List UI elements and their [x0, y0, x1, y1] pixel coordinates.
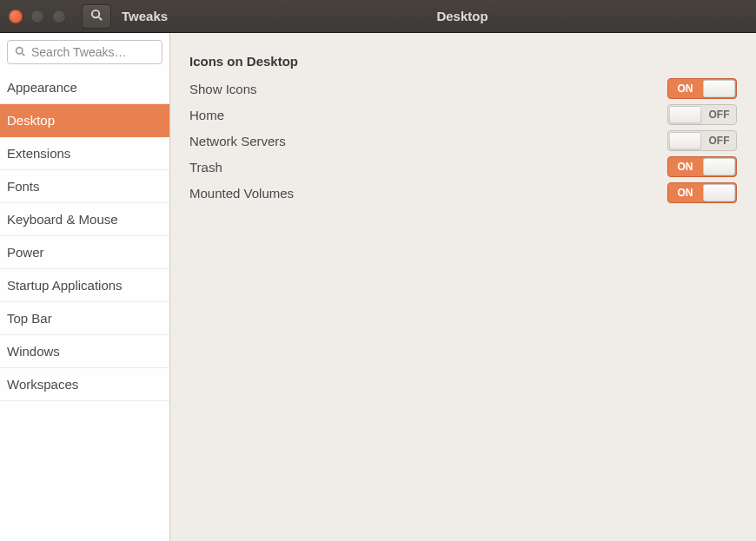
svg-line-3	[23, 53, 25, 56]
search-button[interactable]	[82, 4, 111, 29]
sidebar-item-label: Keyboard & Mouse	[7, 212, 118, 227]
search-icon	[90, 9, 103, 24]
sidebar-item-desktop[interactable]: Desktop	[0, 104, 169, 137]
sidebar-list: AppearanceDesktopExtensionsFontsKeyboard…	[0, 71, 169, 401]
switch-on-label: ON	[668, 79, 702, 98]
sidebar-item-workspaces[interactable]: Workspaces	[0, 368, 169, 401]
sidebar-item-keyboard-mouse[interactable]: Keyboard & Mouse	[0, 203, 169, 236]
setting-label: Trash	[189, 160, 222, 175]
section-title: Icons on Desktop	[189, 54, 737, 69]
content: Icons on Desktop Show IconsONOFFHomeONOF…	[170, 33, 756, 541]
setting-row-trash: TrashONOFF	[189, 154, 737, 180]
svg-line-1	[98, 16, 101, 19]
maximize-icon[interactable]	[52, 10, 66, 23]
sidebar-item-windows[interactable]: Windows	[0, 335, 169, 368]
toggle-network-servers[interactable]: ONOFF	[667, 130, 737, 151]
sidebar-item-label: Power	[7, 245, 44, 260]
sidebar-item-label: Desktop	[7, 113, 55, 128]
sidebar: Search Tweaks… AppearanceDesktopExtensio…	[0, 33, 170, 541]
setting-row-mounted-volumes: Mounted VolumesONOFF	[189, 180, 737, 206]
svg-point-2	[17, 47, 23, 53]
window-controls	[0, 10, 75, 23]
toggle-mounted-volumes[interactable]: ONOFF	[667, 182, 737, 203]
setting-label: Home	[189, 108, 224, 122]
toggle-home[interactable]: ONOFF	[667, 104, 737, 125]
minimize-icon[interactable]	[30, 10, 44, 23]
switch-on-label: ON	[668, 157, 702, 176]
sidebar-item-power[interactable]: Power	[0, 236, 169, 269]
sidebar-item-fonts[interactable]: Fonts	[0, 170, 169, 203]
page-title: Desktop	[203, 9, 756, 23]
sidebar-item-label: Windows	[7, 344, 60, 359]
sidebar-item-startup-applications[interactable]: Startup Applications	[0, 269, 169, 302]
toggle-trash[interactable]: ONOFF	[667, 156, 737, 177]
sidebar-item-extensions[interactable]: Extensions	[0, 137, 169, 170]
setting-row-show-icons: Show IconsONOFF	[189, 76, 737, 102]
sidebar-item-label: Workspaces	[7, 377, 78, 392]
search-wrap: Search Tweaks…	[0, 33, 169, 71]
sidebar-item-label: Extensions	[7, 146, 70, 161]
window: Tweaks Desktop Search Tweaks… Appearance…	[0, 0, 756, 541]
switch-knob	[703, 184, 735, 201]
body: Search Tweaks… AppearanceDesktopExtensio…	[0, 33, 756, 541]
switch-knob	[669, 106, 701, 123]
titlebar: Tweaks Desktop	[0, 0, 756, 33]
setting-label: Show Icons	[189, 82, 257, 96]
setting-row-network-servers: Network ServersONOFF	[189, 128, 737, 154]
sidebar-item-label: Fonts	[7, 179, 40, 194]
setting-label: Network Servers	[189, 134, 286, 148]
switch-knob	[703, 80, 735, 97]
svg-point-0	[91, 10, 98, 16]
switch-off-label: OFF	[702, 105, 736, 124]
settings-rows: Show IconsONOFFHomeONOFFNetwork ServersO…	[189, 76, 737, 206]
switch-on-label: ON	[668, 183, 702, 202]
switch-off-label: OFF	[702, 131, 736, 150]
close-icon[interactable]	[9, 10, 23, 23]
search-icon	[15, 45, 26, 60]
setting-label: Mounted Volumes	[189, 186, 294, 201]
toggle-show-icons[interactable]: ONOFF	[667, 78, 737, 99]
sidebar-item-label: Top Bar	[7, 311, 52, 326]
sidebar-item-top-bar[interactable]: Top Bar	[0, 302, 169, 335]
switch-knob	[669, 132, 701, 149]
search-input[interactable]: Search Tweaks…	[7, 40, 162, 64]
search-placeholder: Search Tweaks…	[31, 45, 126, 59]
setting-row-home: HomeONOFF	[189, 102, 737, 128]
switch-knob	[703, 158, 735, 175]
sidebar-item-label: Appearance	[7, 80, 77, 95]
sidebar-item-appearance[interactable]: Appearance	[0, 71, 169, 104]
app-title: Tweaks	[122, 9, 203, 23]
sidebar-item-label: Startup Applications	[7, 278, 123, 293]
